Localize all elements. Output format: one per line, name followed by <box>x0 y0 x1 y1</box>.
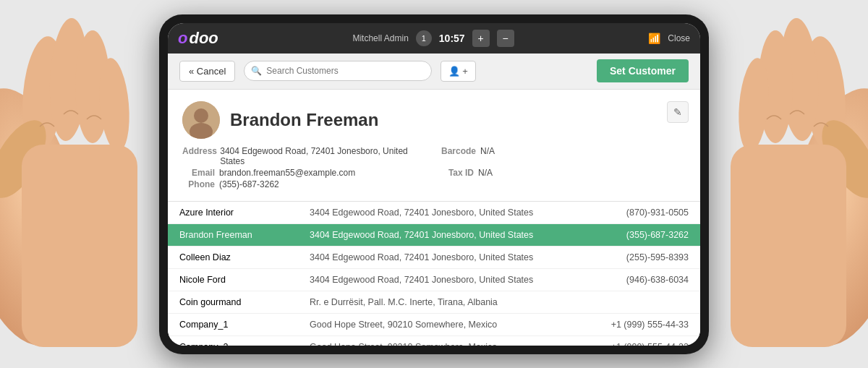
list-item-name: Nicole Ford <box>179 275 310 285</box>
list-item-name: Company_1 <box>179 320 310 330</box>
list-item-address: Good Hope Street, 90210 Somewhere, Mexic… <box>310 342 595 346</box>
phone-row: Phone (355)-687-3262 <box>182 179 427 189</box>
list-item-name: Company_2 <box>179 342 310 346</box>
list-item-address: Rr. e Durrësit, Pall. M.C. Inerte, Tiran… <box>310 297 595 307</box>
list-item-address: 3404 Edgewood Road, 72401 Jonesboro, Uni… <box>310 252 595 262</box>
admin-name: Mitchell Admin <box>352 33 408 43</box>
minus-button[interactable]: − <box>497 30 514 47</box>
barcode-value: N/A <box>480 146 495 166</box>
email-label: Email <box>182 168 215 178</box>
toolbar: « Cancel 🔍 👤 + Set Customer <box>168 54 700 90</box>
list-item-address: 3404 Edgewood Road, 72401 Jonesboro, Uni… <box>310 275 595 285</box>
person-icon: 👤 <box>448 66 460 77</box>
customer-header: Brandon Freeman <box>182 101 686 139</box>
phone-label: Phone <box>182 179 215 189</box>
search-input[interactable] <box>244 61 432 81</box>
odoo-logo: o doo <box>178 29 218 48</box>
list-item-name: Coin gourmand <box>179 297 310 307</box>
customer-info: Address 3404 Edgewood Road, 72401 Jonesb… <box>182 146 686 189</box>
close-button[interactable]: Close <box>668 33 690 43</box>
list-item[interactable]: Company_1Good Hope Street, 90210 Somewhe… <box>168 314 700 336</box>
cancel-button[interactable]: « Cancel <box>179 61 235 82</box>
list-item-address: 3404 Edgewood Road, 72401 Jonesboro, Uni… <box>310 230 595 240</box>
list-item[interactable]: Azure Interior3404 Edgewood Road, 72401 … <box>168 202 700 224</box>
customer-detail: Brandon Freeman ✎ Address 3404 Edgewood … <box>168 90 700 202</box>
list-item[interactable]: Company_2Good Hope Street, 90210 Somewhe… <box>168 336 700 346</box>
search-box: 🔍 <box>244 61 432 81</box>
address-row: Address 3404 Edgewood Road, 72401 Jonesb… <box>182 146 427 166</box>
edit-button[interactable]: ✎ <box>667 101 689 123</box>
list-item-phone: +1 (999) 555-44-33 <box>595 320 689 330</box>
email-value: brandon.freeman55@example.com <box>219 168 355 178</box>
scene: o doo Mitchell Admin 1 10:57 + − 📶 Close… <box>0 0 868 368</box>
logo-doo: doo <box>189 29 218 48</box>
tablet: o doo Mitchell Admin 1 10:57 + − 📶 Close… <box>159 14 709 354</box>
svg-rect-13 <box>731 145 846 347</box>
svg-rect-6 <box>22 145 137 347</box>
list-item-name: Colleen Diaz <box>179 252 310 262</box>
email-row: Email brandon.freeman55@example.com <box>182 168 427 178</box>
phone-value: (355)-687-3262 <box>219 179 279 189</box>
list-item-address: 3404 Edgewood Road, 72401 Jonesboro, Uni… <box>310 207 595 218</box>
barcode-row: Barcode N/A <box>441 146 686 166</box>
order-badge: 1 <box>416 30 432 46</box>
top-bar-center: Mitchell Admin 1 10:57 + − <box>218 30 649 47</box>
address-value: 3404 Edgewood Road, 72401 Jonesboro, Uni… <box>220 146 427 166</box>
list-item-phone: (946)-638-6034 <box>595 275 689 285</box>
add-customer-label: + <box>462 66 468 77</box>
list-item-phone: (355)-687-3262 <box>595 230 689 240</box>
list-item[interactable]: Colleen Diaz3404 Edgewood Road, 72401 Jo… <box>168 247 700 269</box>
taxid-label: Tax ID <box>441 168 474 178</box>
taxid-value: N/A <box>478 168 493 178</box>
list-item-name: Brandon Freeman <box>179 230 310 240</box>
list-item[interactable]: Coin gourmandRr. e Durrësit, Pall. M.C. … <box>168 291 700 314</box>
time-display: 10:57 <box>439 33 465 44</box>
list-item-address: Good Hope Street, 90210 Somewhere, Mexic… <box>310 320 595 330</box>
wifi-icon: 📶 <box>648 33 660 44</box>
list-item-phone: +1 (999) 555-44-33 <box>595 342 689 346</box>
add-order-button[interactable]: + <box>472 30 490 47</box>
list-item-name: Azure Interior <box>179 207 310 218</box>
hand-right <box>709 0 868 368</box>
logo-o: o <box>178 29 187 48</box>
tablet-screen: o doo Mitchell Admin 1 10:57 + − 📶 Close… <box>168 23 700 346</box>
customer-list: Azure Interior3404 Edgewood Road, 72401 … <box>168 202 700 346</box>
list-item[interactable]: Nicole Ford3404 Edgewood Road, 72401 Jon… <box>168 269 700 291</box>
top-bar-actions: 📶 Close <box>648 33 690 44</box>
avatar <box>182 101 220 139</box>
list-item-phone: (870)-931-0505 <box>595 207 689 218</box>
list-item-phone: (255)-595-8393 <box>595 252 689 262</box>
add-customer-button[interactable]: 👤 + <box>441 61 476 82</box>
taxid-row: Tax ID N/A <box>441 168 686 178</box>
list-item[interactable]: Brandon Freeman3404 Edgewood Road, 72401… <box>168 224 700 247</box>
svg-point-15 <box>194 108 208 123</box>
hand-left <box>0 0 159 368</box>
address-label: Address <box>182 146 216 166</box>
search-icon: 🔍 <box>251 66 262 76</box>
barcode-label: Barcode <box>441 146 476 166</box>
top-bar: o doo Mitchell Admin 1 10:57 + − 📶 Close <box>168 23 700 54</box>
set-customer-button[interactable]: Set Customer <box>597 59 689 82</box>
customer-name: Brandon Freeman <box>230 110 378 130</box>
